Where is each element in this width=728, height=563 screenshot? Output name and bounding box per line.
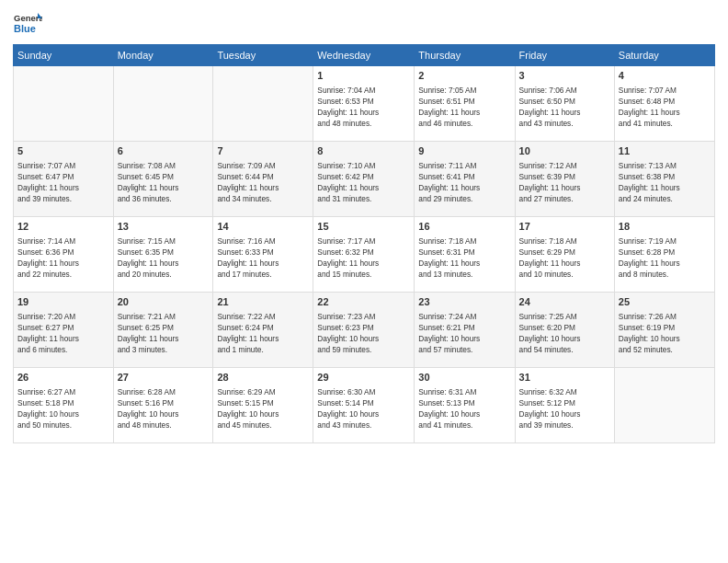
weekday-header-sunday: Sunday [14,45,114,66]
day-info: Sunrise: 7:04 AM Sunset: 6:53 PM Dayligh… [317,85,410,129]
calendar-cell: 20Sunrise: 7:21 AM Sunset: 6:25 PM Dayli… [113,293,213,368]
day-info: Sunrise: 7:07 AM Sunset: 6:47 PM Dayligh… [17,160,109,204]
calendar-cell: 11Sunrise: 7:13 AM Sunset: 6:38 PM Dayli… [614,142,714,217]
calendar-week-5: 26Sunrise: 6:27 AM Sunset: 5:18 PM Dayli… [14,368,715,443]
day-number: 2 [418,69,510,83]
calendar-cell: 13Sunrise: 7:15 AM Sunset: 6:35 PM Dayli… [113,217,213,293]
calendar-cell: 24Sunrise: 7:25 AM Sunset: 6:20 PM Dayli… [515,293,614,368]
day-info: Sunrise: 7:19 AM Sunset: 6:28 PM Dayligh… [619,236,711,280]
day-info: Sunrise: 7:09 AM Sunset: 6:44 PM Dayligh… [217,160,309,204]
day-number: 24 [519,295,610,309]
day-number: 28 [217,371,309,385]
calendar-cell: 23Sunrise: 7:24 AM Sunset: 6:21 PM Dayli… [415,293,515,368]
day-info: Sunrise: 7:07 AM Sunset: 6:48 PM Dayligh… [619,85,711,129]
calendar-cell: 25Sunrise: 7:26 AM Sunset: 6:19 PM Dayli… [614,293,714,368]
calendar-cell: 5Sunrise: 7:07 AM Sunset: 6:47 PM Daylig… [14,142,114,217]
day-info: Sunrise: 7:18 AM Sunset: 6:31 PM Dayligh… [418,236,510,280]
calendar-cell: 28Sunrise: 6:29 AM Sunset: 5:15 PM Dayli… [213,368,313,443]
day-info: Sunrise: 7:16 AM Sunset: 6:33 PM Dayligh… [217,236,309,280]
calendar-cell [213,66,313,142]
calendar-cell: 19Sunrise: 7:20 AM Sunset: 6:27 PM Dayli… [14,293,114,368]
day-number: 23 [418,295,510,309]
weekday-header-wednesday: Wednesday [313,45,415,66]
calendar-cell: 17Sunrise: 7:18 AM Sunset: 6:29 PM Dayli… [515,217,614,293]
calendar-cell: 7Sunrise: 7:09 AM Sunset: 6:44 PM Daylig… [213,142,313,217]
calendar-cell: 2Sunrise: 7:05 AM Sunset: 6:51 PM Daylig… [415,66,515,142]
calendar-cell: 3Sunrise: 7:06 AM Sunset: 6:50 PM Daylig… [515,66,614,142]
day-info: Sunrise: 7:17 AM Sunset: 6:32 PM Dayligh… [317,236,410,280]
calendar-cell: 9Sunrise: 7:11 AM Sunset: 6:41 PM Daylig… [415,142,515,217]
day-info: Sunrise: 7:22 AM Sunset: 6:24 PM Dayligh… [217,311,309,355]
logo: General Blue [13,9,42,39]
day-info: Sunrise: 7:21 AM Sunset: 6:25 PM Dayligh… [118,311,210,355]
day-info: Sunrise: 7:18 AM Sunset: 6:29 PM Dayligh… [519,236,610,280]
day-info: Sunrise: 7:13 AM Sunset: 6:38 PM Dayligh… [619,160,711,204]
calendar-week-2: 5Sunrise: 7:07 AM Sunset: 6:47 PM Daylig… [14,142,715,217]
calendar-cell: 18Sunrise: 7:19 AM Sunset: 6:28 PM Dayli… [614,217,714,293]
weekday-header-saturday: Saturday [614,45,714,66]
calendar-cell: 27Sunrise: 6:28 AM Sunset: 5:16 PM Dayli… [113,368,213,443]
day-info: Sunrise: 7:11 AM Sunset: 6:41 PM Dayligh… [418,160,510,204]
calendar-cell: 12Sunrise: 7:14 AM Sunset: 6:36 PM Dayli… [14,217,114,293]
day-number: 3 [519,69,610,83]
day-info: Sunrise: 7:15 AM Sunset: 6:35 PM Dayligh… [118,236,210,280]
day-number: 20 [118,295,210,309]
calendar-table: SundayMondayTuesdayWednesdayThursdayFrid… [13,44,715,443]
day-number: 30 [418,371,510,385]
day-number: 6 [118,144,210,158]
day-info: Sunrise: 7:10 AM Sunset: 6:42 PM Dayligh… [317,160,410,204]
day-info: Sunrise: 6:29 AM Sunset: 5:15 PM Dayligh… [217,386,309,431]
day-number: 26 [17,371,109,385]
day-number: 12 [17,220,109,234]
day-info: Sunrise: 7:12 AM Sunset: 6:39 PM Dayligh… [519,160,610,204]
day-number: 10 [519,144,610,158]
calendar-cell [14,66,114,142]
day-number: 8 [317,144,410,158]
weekday-header-thursday: Thursday [415,45,515,66]
day-info: Sunrise: 6:31 AM Sunset: 5:13 PM Dayligh… [418,386,510,431]
calendar-week-1: 1Sunrise: 7:04 AM Sunset: 6:53 PM Daylig… [14,66,715,142]
day-number: 27 [118,371,210,385]
svg-text:Blue: Blue [14,23,36,34]
day-info: Sunrise: 7:05 AM Sunset: 6:51 PM Dayligh… [418,85,510,129]
calendar-cell: 14Sunrise: 7:16 AM Sunset: 6:33 PM Dayli… [213,217,313,293]
day-info: Sunrise: 7:24 AM Sunset: 6:21 PM Dayligh… [418,311,510,355]
day-number: 13 [118,220,210,234]
day-number: 4 [619,69,711,83]
calendar-cell: 21Sunrise: 7:22 AM Sunset: 6:24 PM Dayli… [213,293,313,368]
calendar-week-4: 19Sunrise: 7:20 AM Sunset: 6:27 PM Dayli… [14,293,715,368]
day-info: Sunrise: 6:32 AM Sunset: 5:12 PM Dayligh… [519,386,610,431]
calendar-cell: 1Sunrise: 7:04 AM Sunset: 6:53 PM Daylig… [313,66,415,142]
day-info: Sunrise: 6:30 AM Sunset: 5:14 PM Dayligh… [317,386,410,431]
weekday-header-row: SundayMondayTuesdayWednesdayThursdayFrid… [14,45,715,66]
calendar-cell: 10Sunrise: 7:12 AM Sunset: 6:39 PM Dayli… [515,142,614,217]
day-number: 29 [317,371,410,385]
day-number: 1 [317,69,410,83]
logo-svg: General Blue [13,9,42,39]
weekday-header-tuesday: Tuesday [213,45,313,66]
day-number: 18 [619,220,711,234]
header: General Blue [13,9,715,39]
day-number: 7 [217,144,309,158]
day-number: 14 [217,220,309,234]
weekday-header-monday: Monday [113,45,213,66]
day-number: 25 [619,295,711,309]
calendar-cell: 30Sunrise: 6:31 AM Sunset: 5:13 PM Dayli… [415,368,515,443]
day-info: Sunrise: 7:25 AM Sunset: 6:20 PM Dayligh… [519,311,610,355]
day-number: 5 [17,144,109,158]
day-info: Sunrise: 7:14 AM Sunset: 6:36 PM Dayligh… [17,236,109,280]
day-number: 9 [418,144,510,158]
day-info: Sunrise: 6:27 AM Sunset: 5:18 PM Dayligh… [17,386,109,431]
day-info: Sunrise: 6:28 AM Sunset: 5:16 PM Dayligh… [118,386,210,431]
page-container: General Blue SundayMondayTuesdayWednesda… [0,0,728,563]
day-number: 22 [317,295,410,309]
day-number: 19 [17,295,109,309]
day-info: Sunrise: 7:20 AM Sunset: 6:27 PM Dayligh… [17,311,109,355]
day-info: Sunrise: 7:26 AM Sunset: 6:19 PM Dayligh… [619,311,711,355]
calendar-cell: 22Sunrise: 7:23 AM Sunset: 6:23 PM Dayli… [313,293,415,368]
calendar-cell: 8Sunrise: 7:10 AM Sunset: 6:42 PM Daylig… [313,142,415,217]
day-number: 15 [317,220,410,234]
logo-graphic: General Blue [13,9,42,39]
calendar-cell [614,368,714,443]
day-number: 21 [217,295,309,309]
